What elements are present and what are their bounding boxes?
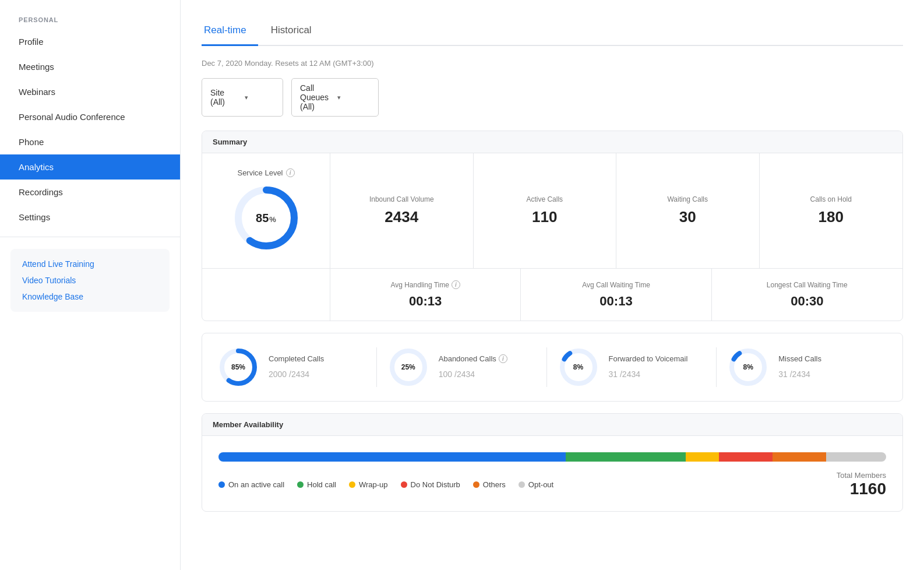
- breakdown-title: Abandoned Calls i: [439, 354, 507, 363]
- member-availability-body: On an active call Hold call Wrap-up: [202, 436, 902, 511]
- tab-historical[interactable]: Historical: [269, 17, 323, 46]
- abandoned-info-icon[interactable]: i: [499, 354, 507, 363]
- stat-label: Waiting Calls: [667, 195, 708, 203]
- sidebar-item-label: Analytics: [19, 162, 54, 172]
- missed-donut: 8%: [728, 347, 768, 387]
- sidebar-item-label: Personal Audio Conference: [19, 112, 125, 122]
- legend-wrap-up: Wrap-up: [349, 480, 388, 489]
- breakdown-info: Completed Calls 2000 /2434: [269, 354, 324, 381]
- summary-stats-grid: Inbound Call Volume 2434 Active Calls 11…: [330, 153, 902, 268]
- stat-label: Active Calls: [526, 195, 563, 203]
- avail-legend-row: On an active call Hold call Wrap-up: [218, 471, 886, 498]
- bar-opt-out: [826, 452, 886, 462]
- breakdown-title: Completed Calls: [269, 354, 324, 363]
- call-queues-filter[interactable]: Call Queues (All) ▾: [291, 78, 379, 117]
- member-availability-header: Member Availability: [202, 414, 902, 436]
- stat-label: Inbound Call Volume: [369, 195, 434, 203]
- stat-value: 2434: [385, 208, 418, 226]
- breakdown-abandoned: 25% Abandoned Calls i 100 /2434: [377, 347, 547, 387]
- summary-time-stats: Avg Handling Time i 00:13 Avg Call Waiti…: [330, 269, 902, 321]
- service-level-info-icon[interactable]: i: [286, 168, 295, 177]
- abandoned-donut: 25%: [389, 347, 428, 387]
- time-stat-avg-waiting: Avg Call Waiting Time 00:13: [521, 269, 711, 321]
- stat-inbound-call-volume: Inbound Call Volume 2434: [330, 153, 474, 268]
- service-level-box: Service Level i 85%: [202, 153, 330, 268]
- completed-percent: 85%: [231, 363, 245, 371]
- breakdown-info: Missed Calls 31 /2434: [778, 354, 821, 381]
- time-stat-label: Longest Call Waiting Time: [767, 281, 848, 289]
- knowledge-base-link[interactable]: Knowledge Base: [22, 292, 158, 301]
- site-filter-label: Site (All): [210, 88, 240, 107]
- legend-do-not-disturb: Do Not Disturb: [401, 480, 460, 489]
- summary-bottom-spacer: [202, 269, 330, 321]
- bar-active-call: [218, 452, 566, 462]
- sidebar-item-label: Settings: [19, 212, 50, 222]
- sidebar-item-meetings[interactable]: Meetings: [0, 54, 180, 79]
- sidebar-help-box: Attend Live Training Video Tutorials Kno…: [10, 249, 170, 312]
- sidebar-item-label: Recordings: [19, 187, 63, 197]
- abandoned-percent: 25%: [401, 363, 415, 371]
- sidebar-item-analytics[interactable]: Analytics: [0, 154, 180, 180]
- stat-value: 110: [532, 208, 557, 226]
- tab-realtime[interactable]: Real-time: [202, 17, 258, 46]
- service-level-title: Service Level i: [237, 168, 294, 177]
- avg-handling-info-icon[interactable]: i: [452, 280, 460, 289]
- breakdown-info: Forwarded to Voicemail 31 /2434: [609, 354, 688, 381]
- bar-wrap-up: [686, 452, 719, 462]
- filters-row: Site (All) ▾ Call Queues (All) ▾: [202, 78, 903, 117]
- bar-others: [773, 452, 826, 462]
- time-stat-value: 00:13: [409, 294, 442, 309]
- legend-dot-wrap-up: [349, 481, 355, 488]
- time-stat-label: Avg Call Waiting Time: [582, 281, 650, 289]
- date-info: Dec 7, 2020 Monday. Resets at 12 AM (GMT…: [202, 59, 903, 68]
- breakdown-value: 31 /2434: [609, 365, 688, 381]
- total-members-box: Total Members 1160: [837, 471, 886, 498]
- legend-dot-active-call: [218, 481, 225, 488]
- tab-bar: Real-time Historical: [202, 17, 903, 46]
- sidebar-item-recordings[interactable]: Recordings: [0, 180, 180, 205]
- legend-label: Do Not Disturb: [411, 480, 460, 489]
- legend-opt-out: Opt-out: [519, 480, 553, 489]
- sidebar-item-profile[interactable]: Profile: [0, 29, 180, 54]
- summary-card: Summary Service Level i: [202, 131, 903, 321]
- sidebar-item-label: Profile: [19, 37, 44, 47]
- legend-dot-hold-call: [297, 481, 304, 488]
- time-stat-value: 00:30: [791, 294, 823, 309]
- sidebar-item-settings[interactable]: Settings: [0, 205, 180, 230]
- sidebar-section-label: PERSONAL: [0, 0, 180, 29]
- legend-dot-others: [473, 481, 479, 488]
- stat-waiting-calls: Waiting Calls 30: [616, 153, 760, 268]
- time-stat-label: Avg Handling Time i: [390, 280, 460, 289]
- bar-hold-call: [566, 452, 686, 462]
- legend-dot-opt-out: [519, 481, 525, 488]
- total-members-value: 1160: [837, 480, 886, 498]
- availability-bar: [218, 452, 886, 462]
- sidebar-item-personal-audio-conference[interactable]: Personal Audio Conference: [0, 104, 180, 129]
- site-filter[interactable]: Site (All) ▾: [202, 78, 283, 117]
- breakdown-card: 85% Completed Calls 2000 /2434 25%: [202, 333, 903, 402]
- stat-calls-on-hold: Calls on Hold 180: [760, 153, 903, 268]
- completed-donut: 85%: [218, 347, 258, 387]
- legend-label: Wrap-up: [359, 480, 388, 489]
- time-stat-longest-waiting: Longest Call Waiting Time 00:30: [712, 269, 902, 321]
- legend-label: On an active call: [228, 480, 284, 489]
- breakdown-value: 2000 /2434: [269, 365, 324, 381]
- legend-active-call: On an active call: [218, 480, 284, 489]
- sidebar-divider: [0, 237, 180, 237]
- breakdown-voicemail: 8% Forwarded to Voicemail 31 /2434: [547, 347, 717, 387]
- service-level-donut: 85%: [231, 183, 301, 253]
- breakdown-completed: 85% Completed Calls 2000 /2434: [218, 347, 377, 387]
- time-stat-avg-handling: Avg Handling Time i 00:13: [330, 269, 521, 321]
- video-tutorials-link[interactable]: Video Tutorials: [22, 276, 158, 285]
- voicemail-donut: 8%: [559, 347, 598, 387]
- main-content: Real-time Historical Dec 7, 2020 Monday.…: [181, 0, 924, 570]
- stat-label: Calls on Hold: [810, 195, 852, 203]
- sidebar-item-webinars[interactable]: Webinars: [0, 79, 180, 104]
- attend-live-training-link[interactable]: Attend Live Training: [22, 259, 158, 269]
- summary-header: Summary: [202, 131, 902, 153]
- summary-top-row: Service Level i 85%: [202, 153, 902, 269]
- legend-others: Others: [473, 480, 506, 489]
- sidebar-item-phone[interactable]: Phone: [0, 129, 180, 154]
- legend-label: Hold call: [307, 480, 336, 489]
- avail-legend: On an active call Hold call Wrap-up: [218, 480, 553, 489]
